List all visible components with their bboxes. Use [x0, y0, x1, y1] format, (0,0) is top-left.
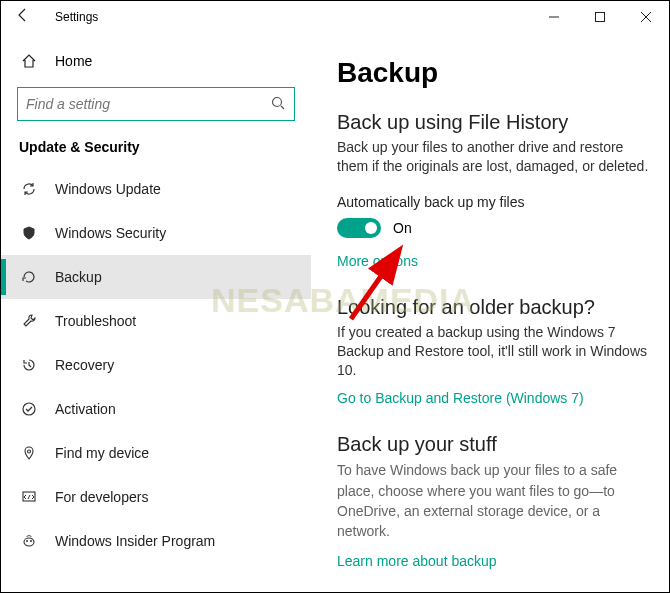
sync-icon — [19, 181, 39, 197]
svg-line-3 — [281, 106, 284, 109]
insider-icon — [19, 533, 39, 549]
sidebar-item-label: For developers — [55, 489, 148, 505]
auto-backup-toggle[interactable] — [337, 218, 381, 238]
auto-backup-label: Automatically back up my files — [337, 194, 649, 210]
sidebar-category: Update & Security — [1, 139, 311, 167]
sidebar-item-label: Find my device — [55, 445, 149, 461]
older-backup-heading: Looking for an older backup? — [337, 296, 649, 319]
svg-point-4 — [23, 403, 35, 415]
sidebar-item-recovery[interactable]: Recovery — [1, 343, 311, 387]
sidebar-item-label: Activation — [55, 401, 116, 417]
sidebar-item-windows-update[interactable]: Windows Update — [1, 167, 311, 211]
svg-point-7 — [26, 540, 28, 542]
close-button[interactable] — [623, 1, 669, 33]
older-backup-link[interactable]: Go to Backup and Restore (Windows 7) — [337, 390, 584, 406]
sidebar-item-label: Windows Update — [55, 181, 161, 197]
sidebar-item-find-my-device[interactable]: Find my device — [1, 431, 311, 475]
search-input[interactable] — [18, 96, 262, 112]
file-history-desc: Back up your files to another drive and … — [337, 138, 649, 176]
sidebar-home[interactable]: Home — [1, 41, 311, 81]
backup-stuff-heading: Back up your stuff — [337, 433, 649, 456]
svg-point-8 — [30, 540, 32, 542]
backup-stuff-link[interactable]: Learn more about backup — [337, 553, 497, 569]
sidebar-item-windows-security[interactable]: Windows Security — [1, 211, 311, 255]
location-icon — [19, 445, 39, 461]
backup-icon — [19, 269, 39, 285]
svg-rect-1 — [596, 13, 605, 22]
shield-icon — [19, 225, 39, 241]
sidebar-item-insider[interactable]: Windows Insider Program — [1, 519, 311, 563]
titlebar: Settings — [1, 1, 669, 33]
back-arrow-icon — [15, 7, 31, 23]
sidebar-item-label: Windows Insider Program — [55, 533, 215, 549]
main-panel: Backup Back up using File History Back u… — [311, 33, 669, 592]
sidebar-item-label: Troubleshoot — [55, 313, 136, 329]
sidebar-item-backup[interactable]: Backup — [1, 255, 311, 299]
developers-icon — [19, 489, 39, 505]
page-title: Backup — [337, 57, 649, 89]
svg-point-2 — [273, 97, 282, 106]
sidebar-home-label: Home — [55, 53, 92, 69]
svg-point-6 — [24, 538, 34, 546]
toggle-state: On — [393, 220, 412, 236]
older-backup-desc: If you created a backup using the Window… — [337, 323, 649, 380]
sidebar-item-label: Windows Security — [55, 225, 166, 241]
maximize-button[interactable] — [577, 1, 623, 33]
back-button[interactable] — [1, 7, 45, 27]
sidebar-item-label: Backup — [55, 269, 102, 285]
check-icon — [19, 401, 39, 417]
sidebar-item-for-developers[interactable]: For developers — [1, 475, 311, 519]
more-options-link[interactable]: More options — [337, 253, 418, 269]
sidebar-item-label: Recovery — [55, 357, 114, 373]
file-history-heading: Back up using File History — [337, 111, 649, 134]
search-box[interactable] — [17, 87, 295, 121]
minimize-button[interactable] — [531, 1, 577, 33]
sidebar: Home Update & Security Windows Update Wi… — [1, 33, 311, 592]
window-title: Settings — [55, 10, 98, 24]
search-icon — [262, 96, 294, 113]
home-icon — [19, 53, 39, 69]
backup-stuff-desc: To have Windows back up your files to a … — [337, 460, 649, 541]
sidebar-item-troubleshoot[interactable]: Troubleshoot — [1, 299, 311, 343]
sidebar-item-activation[interactable]: Activation — [1, 387, 311, 431]
recovery-icon — [19, 357, 39, 373]
wrench-icon — [19, 313, 39, 329]
